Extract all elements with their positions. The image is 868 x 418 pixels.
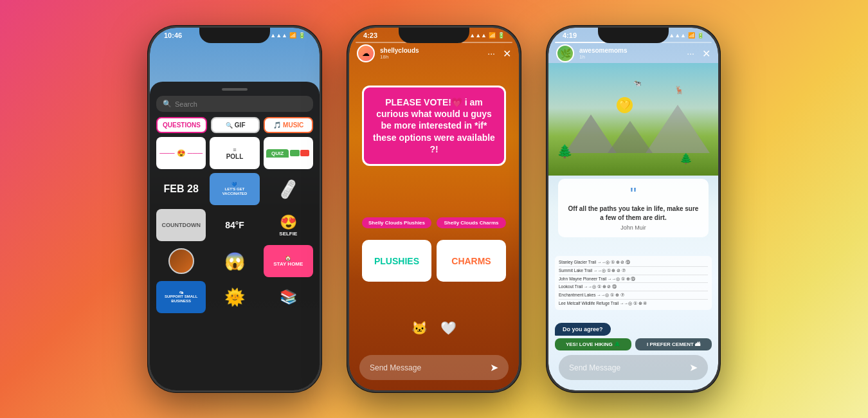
more-options-icon-3[interactable]: ··· <box>687 48 694 59</box>
progress-segment-1 <box>356 42 406 43</box>
username-2: shellyclouds <box>380 47 482 54</box>
send-message-bar-3[interactable]: Send Message ➤ <box>559 355 708 380</box>
option1-label: Shelly Clouds Plushies <box>362 217 431 228</box>
charm-decoration: 🐱 🤍 <box>411 320 457 336</box>
poll-option-labels: Shelly Clouds Plushies Shelly Clouds Cha… <box>362 217 506 228</box>
avatar-3[interactable]: 🌿 <box>556 44 574 62</box>
phone-1: 10:46 ▲▲▲ 📶 🔋 🔍 Search QUESTIONS 🔍 GIF <box>148 26 321 392</box>
story-info-2: shellyclouds 18h <box>380 47 482 60</box>
search-placeholder: Search <box>175 100 197 108</box>
signal-icon-2: ▲▲▲ <box>469 32 487 39</box>
wifi-icon: 📶 <box>289 32 296 39</box>
search-small-icon: 🔍 <box>226 122 233 129</box>
status-icons-3: ▲▲▲ 📶 🔋 <box>669 32 704 39</box>
gif-button[interactable]: 🔍 GIF <box>211 117 260 133</box>
phone-screen-1: 10:46 ▲▲▲ 📶 🔋 🔍 Search QUESTIONS 🔍 GIF <box>150 28 320 390</box>
quote-author: John Muir <box>566 224 701 231</box>
home-icon: 🏠 <box>285 255 291 261</box>
selfie-sticker[interactable]: 😍 SELFIE <box>264 209 313 241</box>
poll-buttons: PLUSHIES CHARMS <box>362 240 506 282</box>
quiz-label: QUIZ <box>266 149 289 158</box>
poll-section-3: Do you agree? YES! LOVE HIKING 🌲 I PREFE… <box>555 323 712 350</box>
time-ago-3: 1h <box>579 54 682 60</box>
close-icon-2[interactable]: ✕ <box>503 48 511 60</box>
send-message-text-3: Send Message <box>569 363 620 372</box>
quote-text: Off all the paths you take in life, make… <box>566 204 701 223</box>
avatar-2[interactable]: ☁ <box>357 44 375 62</box>
tray-handle <box>222 88 248 91</box>
progress-segment-3 <box>462 42 512 43</box>
trail-item: Lee Metcalf Wildlife Refuge Trail →→◎ ① … <box>559 300 708 307</box>
time-ago-2: 18h <box>380 54 482 60</box>
countdown-sticker[interactable]: COUNTDOWN <box>156 209 206 241</box>
phone-screen-3: 4:19 ▲▲▲ 📶 🔋 🌿 awesomemoms 1h ··· ✕ <box>548 28 718 390</box>
yes-hiking-button[interactable]: YES! LOVE HIKING 🌲 <box>555 338 631 350</box>
battery-icon-3: 🔋 <box>697 32 704 39</box>
send-message-bar-2[interactable]: Send Message ➤ <box>359 355 509 380</box>
username-3: awesomemoms <box>579 47 682 54</box>
battery-icon: 🔋 <box>298 32 305 39</box>
heart-charm-icon: 🤍 <box>440 320 457 336</box>
status-icons-1: ▲▲▲ 📶 🔋 <box>270 32 305 39</box>
phone-2: 4:23 ▲▲▲ 📶 🔋 ☁ shellyclouds 18h ··· ✕ PL… <box>347 26 521 392</box>
search-icon: 🔍 <box>163 100 172 108</box>
cat-charm-icon: 🐱 <box>411 320 428 336</box>
support-business-sticker[interactable]: 🛍 SUPPORT SMALL BUSINESS <box>156 281 206 313</box>
wifi-icon-2: 📶 <box>489 32 496 39</box>
time-display-3: 4:19 <box>563 32 577 39</box>
phone-notch-1 <box>199 28 270 43</box>
phone-notch-3 <box>598 28 669 43</box>
close-icon-3[interactable]: ✕ <box>702 48 710 60</box>
time-display-2: 4:23 <box>363 32 377 39</box>
progress-segment-3a <box>555 42 606 43</box>
story-actions-2: ··· ✕ <box>487 48 511 60</box>
option2-label: Shelly Clouds Charms <box>437 217 506 228</box>
battery-icon-2: 🔋 <box>498 32 505 39</box>
send-message-text-2: Send Message <box>370 363 421 372</box>
temperature-sticker[interactable]: 84°F <box>210 209 259 241</box>
trail-item: John Wayne Pioneer Trail →→◎ ① ⊕ ⑬ <box>559 275 708 284</box>
quote-box: " Off all the paths you take in life, ma… <box>558 179 709 237</box>
sun-sticker[interactable]: 🌞 <box>210 281 259 313</box>
send-icon-2: ➤ <box>490 361 498 374</box>
story-info-3: awesomemoms 1h <box>579 47 682 60</box>
wifi-icon-3: 📶 <box>688 32 695 39</box>
phone-notch-2 <box>399 28 469 43</box>
phone2-background <box>349 28 519 390</box>
plushies-button[interactable]: PLUSHIES <box>362 240 431 282</box>
person-sticker[interactable] <box>156 245 206 277</box>
charms-button[interactable]: CHARMS <box>437 240 506 282</box>
sticker-row-1: QUESTIONS 🔍 GIF 🎵 MUSIC <box>156 117 313 133</box>
music-bars-icon: 🎵 <box>273 122 281 129</box>
music-button[interactable]: 🎵 MUSIC <box>264 117 313 133</box>
questions-button[interactable]: QUESTIONS <box>156 117 207 133</box>
stay-home-sticker[interactable]: 🏠 STAY HOME <box>264 245 313 277</box>
trail-item: Enchantment Lakes →→◎ ① ⊕ ⑦ <box>559 291 708 300</box>
poll-question: PLEASE VOTE!💗 i am curious what would u … <box>362 86 506 166</box>
trail-item: Lookout Trail →→◎ ① ⊕ ⊘ ⑬ <box>559 283 708 291</box>
quiz-sticker[interactable]: QUIZ <box>264 137 313 169</box>
signal-icon: ▲▲▲ <box>270 32 287 39</box>
reading-sticker[interactable]: 📚 <box>264 281 313 313</box>
sticker-search-bar[interactable]: 🔍 Search <box>156 96 313 112</box>
story-header-2: ☁ shellyclouds 18h ··· ✕ <box>349 44 519 62</box>
send-icon-3: ➤ <box>689 361 698 374</box>
trail-list: Stanley Glacier Trail →→◎ ① ⊕ ⊘ ⑬ Summit… <box>555 256 712 310</box>
phone-screen-2: 4:23 ▲▲▲ 📶 🔋 ☁ shellyclouds 18h ··· ✕ PL… <box>349 28 519 390</box>
date-sticker[interactable]: FEB 28 <box>156 173 206 205</box>
more-options-icon[interactable]: ··· <box>487 48 495 59</box>
story-header-3: 🌿 awesomemoms 1h ··· ✕ <box>548 44 718 62</box>
emoji-sticker[interactable]: ─── 😍 ─── <box>156 137 206 169</box>
poll-sticker[interactable]: ≡ POLL <box>210 137 259 169</box>
time-display-1: 10:46 <box>164 32 182 39</box>
scream-sticker[interactable]: 😱 <box>210 245 259 277</box>
trail-item: Summit Lake Trail →→◎ ① ⊕ ⊘ ⑦ <box>559 267 708 275</box>
sticker-tray: 🔍 Search QUESTIONS 🔍 GIF 🎵 MUSIC ─── 😍 ─… <box>150 82 320 390</box>
prefer-cement-button[interactable]: I PREFER CEMENT 🏙 <box>635 338 712 350</box>
phone-3: 4:19 ▲▲▲ 📶 🔋 🌿 awesomemoms 1h ··· ✕ <box>547 26 720 392</box>
vaccine-sticker[interactable]: 💙 LET'S GET VACCINATED <box>210 173 259 205</box>
progress-segment-3c <box>661 42 712 43</box>
status-icons-2: ▲▲▲ 📶 🔋 <box>469 32 505 39</box>
bandage-sticker[interactable]: 🩹 <box>264 173 313 205</box>
story-actions-3: ··· ✕ <box>687 48 710 60</box>
